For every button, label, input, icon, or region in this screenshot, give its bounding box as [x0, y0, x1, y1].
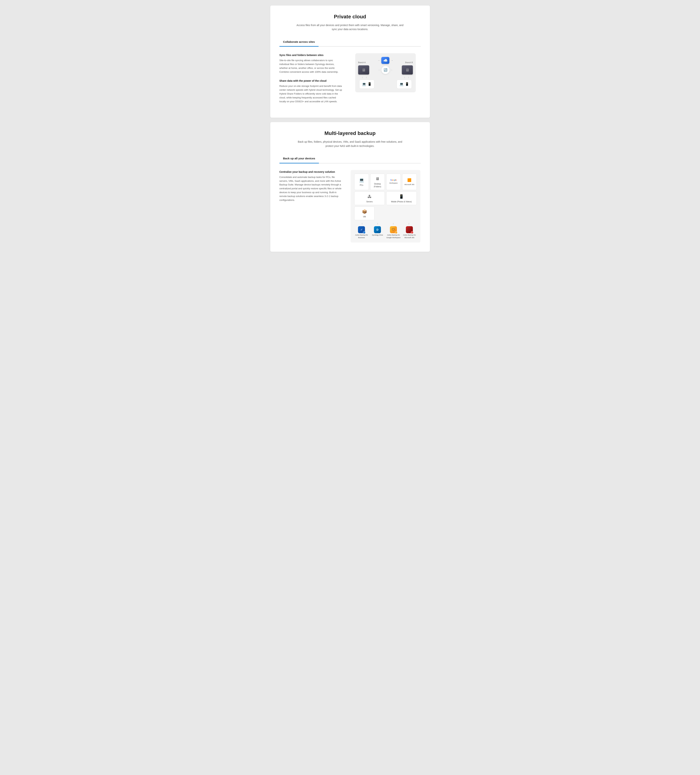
- share-data-desc: Reduce your on-site storage footprint an…: [279, 84, 343, 103]
- branch-a-down-arrows: ↕ ↕: [362, 76, 367, 79]
- private-cloud-subtitle: Access files from all your devices and p…: [295, 23, 405, 32]
- cloud-nas-icon: → ☁️ →: [378, 57, 393, 64]
- ab-ms365-label: Active Backup for Microsoft 365: [402, 234, 417, 239]
- ms365-icon: 🟧: [407, 178, 411, 183]
- ab-google-icon: 🛡 ✓: [390, 226, 397, 233]
- ab-business-badge: ✓: [363, 231, 365, 234]
- sync-files-title: Sync files and folders between sites: [279, 53, 343, 57]
- private-cloud-section: Private cloud Access files from all your…: [270, 5, 430, 118]
- share-data-title: Share data with the power of the cloud: [279, 79, 343, 83]
- synology-drive-icon: D: [374, 226, 381, 233]
- branch-b-nas: 🖥: [402, 65, 413, 75]
- branch-a-nas: 🖥: [358, 65, 369, 75]
- source-pcs: 💻 PCs: [354, 174, 369, 190]
- branch-a-top: Branch A: [358, 61, 366, 64]
- sync-files-desc: Site-to-site file syncing allows collabo…: [279, 58, 343, 74]
- backup-title: Multi-layered backup: [279, 130, 421, 137]
- collab-top-row: Branch A → ☁️ →: [358, 57, 413, 64]
- branch-b-top: Branch B: [405, 61, 413, 64]
- synology-drive-d: D: [377, 228, 378, 232]
- centralize-title: Centralize your backup and recovery solu…: [279, 170, 343, 174]
- pcs-label: PCs: [360, 184, 363, 186]
- tab-back-up-devices[interactable]: Back up all your devices: [279, 155, 319, 163]
- arrow-down-b2: ↕: [408, 76, 409, 79]
- backup-sources-row3: 📦 VM: [354, 206, 417, 220]
- collaborate-content: Sync files and folders between sites Sit…: [279, 53, 421, 108]
- down-arrows-row: ↕ ↕ ↕ ↕: [358, 76, 413, 79]
- vm-icon: 📦: [362, 209, 367, 215]
- desktop-icon: 🖥: [375, 176, 380, 182]
- feature-share-data: Share data with the power of the cloud R…: [279, 79, 343, 103]
- source-mobile: 📱 Mobile (Photos & Videos): [386, 191, 417, 205]
- page-wrapper: Private cloud Access files from all your…: [267, 0, 433, 257]
- mobile-label: Mobile (Photos & Videos): [391, 200, 412, 203]
- private-cloud-title: Private cloud: [279, 13, 421, 20]
- arrow-left-nas: ←: [378, 68, 380, 72]
- branch-b-down-arrows: ↕ ↕: [404, 76, 409, 79]
- backup-sources-row: 💻 PCs 🖥 Desktop (Folders) Google: [354, 174, 417, 190]
- arrow-from-cloud: →: [391, 59, 393, 62]
- app-active-backup-ms365: 🛡 ✓ Active Backup for Microsoft 365: [402, 226, 417, 239]
- arrow-down-2: ↓: [377, 221, 378, 225]
- collab-diagram: Branch A → ☁️ →: [355, 53, 416, 92]
- collaborate-text-col: Sync files and folders between sites Sit…: [279, 53, 343, 108]
- backup-sources-row2: 🖧 Servers 📱 Mobile (Photos & Videos): [354, 191, 417, 205]
- collaborate-tabs: Collaborate across sites: [279, 38, 421, 47]
- source-google-workspace: Google Workspace: [386, 174, 401, 190]
- desktop-label: Desktop (Folders): [372, 183, 383, 188]
- arrow-down-1: ↓: [362, 221, 363, 225]
- ab-ms365-logo: 🛡: [408, 227, 411, 232]
- app-active-backup-business: ✓ ✓ Active Backup for Business: [354, 226, 369, 239]
- vm-label: VM: [363, 215, 366, 218]
- ab-google-logo: 🛡: [392, 227, 395, 232]
- servers-icon: 🖧: [368, 193, 372, 200]
- laptop-a-icon: 💻: [362, 82, 366, 86]
- backup-text-col: Centralize your backup and recovery solu…: [279, 170, 343, 207]
- app-synology-drive: D Synology Drive: [370, 226, 385, 239]
- mobile-a-icon: 📱: [368, 82, 372, 86]
- tab-collaborate-across-sites[interactable]: Collaborate across sites: [279, 38, 318, 47]
- backup-tabs: Back up all your devices: [279, 155, 421, 163]
- branch-b-devices: 💻 📱: [397, 80, 412, 89]
- arrow-down-a1: ↕: [362, 76, 363, 79]
- cloud-synology-icon: ☁️: [381, 57, 389, 64]
- feature-sync-files: Sync files and folders between sites Sit…: [279, 53, 343, 74]
- collaborate-diagram-col: Branch A → ☁️ →: [350, 53, 421, 92]
- backup-section: Multi-layered backup Back up files, fold…: [270, 122, 430, 252]
- mobile-b-icon: 📱: [405, 82, 409, 86]
- backup-diagram-col: 💻 PCs 🖥 Desktop (Folders) Google: [350, 170, 421, 243]
- arrow-to-cloud: →: [378, 59, 380, 62]
- nas-a-icon: 🖥: [358, 65, 369, 75]
- bottom-devices-row: 💻 📱 💻 📱: [358, 80, 413, 89]
- source-vm: 📦 VM: [354, 206, 375, 220]
- ab-ms365-badge: ✓: [411, 231, 413, 234]
- google-workspace-logo: Google: [390, 179, 396, 181]
- branch-b-label: Branch B: [405, 61, 413, 64]
- arrow-down-a2: ↕: [366, 76, 367, 79]
- source-desktop: 🖥 Desktop (Folders): [370, 174, 385, 190]
- mobile-icon: 📱: [399, 193, 404, 200]
- pcs-icon: 💻: [359, 177, 364, 183]
- sync-arrows-center: ← 🔄 →: [369, 66, 402, 74]
- ab-ms365-icon: 🛡 ✓: [406, 226, 413, 233]
- backup-apps-row: ✓ ✓ Active Backup for Business D Synolog…: [354, 226, 417, 239]
- centralize-desc: Consolidate and automate backup tasks fo…: [279, 175, 343, 202]
- arrow-down-b1: ↕: [404, 76, 405, 79]
- sync-badge: 🔄: [382, 66, 390, 74]
- arrow-right-nas: →: [391, 68, 393, 72]
- backup-arrows-down: ↓ ↓ ↓ ↓: [354, 221, 417, 225]
- ab-business-icon: ✓ ✓: [358, 226, 365, 233]
- google-workspace-label: Workspace: [389, 182, 398, 185]
- branch-a-label: Branch A: [358, 61, 366, 64]
- collab-middle-row: 🖥 ← 🔄 →: [358, 65, 413, 75]
- backup-subtitle: Back up files, folders, physical devices…: [295, 140, 405, 148]
- ms365-label: Microsoft 365: [405, 183, 414, 186]
- ab-google-badge: ✓: [395, 231, 397, 234]
- arrow-down-3: ↓: [393, 221, 394, 225]
- source-servers: 🖧 Servers: [354, 191, 385, 205]
- backup-diagram: 💻 PCs 🖥 Desktop (Folders) Google: [351, 170, 420, 243]
- synology-drive-label: Synology Drive: [372, 234, 383, 236]
- nas-b-icon: 🖥: [402, 65, 413, 75]
- servers-label: Servers: [367, 200, 373, 203]
- branch-a-devices: 💻 📱: [359, 80, 374, 89]
